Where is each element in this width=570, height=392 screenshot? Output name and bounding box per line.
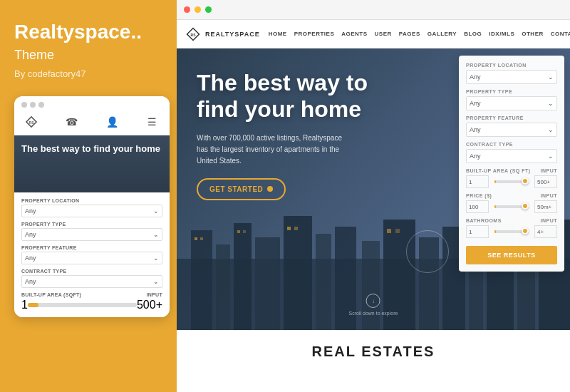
nav-properties[interactable]: PROPERTIES [294, 31, 335, 37]
search-select-type[interactable]: Any ⌄ [466, 96, 557, 110]
search-select-contract[interactable]: Any ⌄ [466, 149, 557, 163]
price-max-input[interactable]: 50m+ [534, 200, 557, 213]
theme-subtitle: Theme [14, 48, 162, 63]
search-field-feature: PROPERTY FEATURE Any ⌄ [466, 115, 557, 137]
mobile-hero: The best way to find your home [14, 135, 170, 192]
svg-rect-12 [362, 241, 380, 330]
scroll-arrow-icon: ↓ [372, 298, 375, 304]
svg-rect-7 [234, 223, 252, 330]
area-header: BUILT-UP AREA (SQ FT) INPUT [466, 168, 557, 175]
nav-contact[interactable]: CONTACT [551, 31, 570, 37]
mobile-area-inputs: 1 500+ [21, 299, 162, 311]
mobile-field-feature: PROPERTY FEATURE Any ⌄ [21, 245, 162, 264]
mobile-nav-icons: RS ☎ 👤 ☰ [21, 113, 162, 130]
cta-label: GET STARTED [209, 185, 263, 193]
hero-content: The best way to find your home With over… [197, 70, 396, 200]
nav-blog[interactable]: BLOG [464, 31, 482, 37]
hero-title: The best way to find your home [197, 70, 396, 123]
mobile-area-min[interactable]: 1 [21, 299, 28, 311]
mobile-label-feature: PROPERTY FEATURE [21, 245, 162, 250]
mobile-field-contract: CONTRACT TYPE Any ⌄ [21, 269, 162, 288]
nav-home[interactable]: HOME [269, 31, 287, 37]
search-label-contract: CONTRACT TYPE [466, 142, 557, 147]
area-slider-fill [494, 180, 496, 183]
search-location-value: Any [470, 73, 481, 81]
area-slider-thumb[interactable] [522, 177, 529, 185]
search-contract-value: Any [470, 153, 481, 160]
search-select-location[interactable]: Any ⌄ [466, 70, 557, 84]
deco-circle [406, 230, 449, 273]
mobile-user-icon: 👤 [105, 115, 119, 129]
mobile-select-feature[interactable]: Any ⌄ [21, 252, 162, 264]
price-slider-thumb[interactable] [522, 202, 529, 210]
mobile-select-location-value: Any [25, 207, 36, 215]
search-price-input-label: INPUT [541, 193, 558, 198]
bathrooms-slider-thumb[interactable] [522, 227, 529, 234]
window-maximize-dot[interactable] [205, 6, 212, 13]
mobile-area-max[interactable]: 500+ [137, 299, 162, 311]
svg-rect-9 [284, 216, 312, 330]
footer-bar: REAL ESTATES [177, 330, 570, 373]
see-results-button[interactable]: SEE RESULTS [466, 246, 557, 264]
search-field-area: BUILT-UP AREA (SQ FT) INPUT 1 500+ [466, 168, 557, 188]
area-max-input[interactable]: 500+ [534, 175, 557, 188]
chevron-down-icon-3: ⌄ [548, 126, 554, 133]
mobile-select-type[interactable]: Any ⌄ [21, 228, 162, 241]
scroll-indicator: ↓ Scroll down to explore [349, 294, 398, 316]
theme-title: Realtyspace.. [14, 21, 162, 43]
area-min-val: 1 [469, 179, 472, 185]
search-label-area: BUILT-UP AREA (SQ FT) [466, 168, 531, 173]
price-slider-track[interactable] [494, 205, 529, 208]
site-logo-icon: RS [185, 26, 201, 42]
mobile-label-area: BUILT-UP AREA (SQFT) [21, 292, 81, 297]
bathrooms-header: BATHROOMS INPUT [466, 218, 557, 225]
cta-dot [267, 186, 273, 192]
window-close-dot[interactable] [184, 6, 190, 13]
search-select-feature[interactable]: Any ⌄ [466, 123, 557, 137]
mobile-hero-text: The best way to find your home [21, 143, 162, 155]
mobile-select-location[interactable]: Any ⌄ [21, 205, 162, 217]
nav-other[interactable]: OTHER [522, 31, 544, 37]
mobile-select-contract[interactable]: Any ⌄ [21, 275, 162, 288]
svg-rect-8 [255, 237, 280, 330]
bathrooms-min-input[interactable]: 1 [466, 225, 489, 238]
svg-rect-25 [294, 227, 298, 230]
search-field-type: PROPERTY TYPE Any ⌄ [466, 89, 557, 110]
area-slider-track[interactable] [494, 180, 529, 183]
svg-rect-5 [191, 230, 212, 330]
search-field-price: PRICE ($) INPUT 100 50m+ [466, 193, 557, 213]
get-started-button[interactable]: GET STARTED [197, 178, 286, 200]
search-area-input-label: INPUT [541, 168, 558, 173]
footer-title: REAL ESTATES [312, 344, 435, 360]
search-feature-value: Any [470, 126, 481, 133]
nav-gallery[interactable]: GALLERY [428, 31, 457, 37]
svg-text:RS: RS [191, 33, 197, 37]
bathrooms-slider-track[interactable] [494, 230, 529, 233]
bathrooms-slider-fill [494, 230, 496, 233]
svg-rect-20 [195, 237, 197, 240]
mobile-field-area: BUILT-UP AREA (SQFT) INPUT 1 500+ [21, 292, 162, 311]
desktop-top-bar [177, 0, 570, 20]
window-minimize-dot[interactable] [195, 6, 201, 13]
price-min-input[interactable]: 100 [466, 200, 489, 213]
bathrooms-max-input[interactable]: 4+ [534, 225, 557, 238]
svg-text:RS: RS [29, 120, 35, 125]
site-nav: RS REALTYSPACE HOME PROPERTIES AGENTS US… [177, 20, 570, 48]
mobile-form: PROPERTY LOCATION Any ⌄ PROPERTY TYPE An… [14, 192, 170, 317]
nav-pages[interactable]: PAGES [399, 31, 420, 37]
chevron-down-icon-2: ⌄ [548, 100, 554, 107]
area-max-val: 500+ [537, 179, 550, 185]
mobile-label-contract: CONTRACT TYPE [21, 269, 162, 274]
price-min-val: 100 [469, 204, 478, 210]
price-range-row: 100 50m+ [466, 200, 557, 213]
svg-rect-22 [237, 230, 240, 233]
chevron-down-icon: ⌄ [548, 73, 554, 81]
nav-idx[interactable]: IDX/MLS [489, 31, 514, 37]
search-label-price: PRICE ($) [466, 193, 492, 198]
area-min-input[interactable]: 1 [466, 175, 489, 188]
nav-user[interactable]: USER [375, 31, 392, 37]
mobile-select-type-value: Any [25, 231, 36, 238]
mobile-area-slider[interactable] [28, 303, 137, 307]
nav-agents[interactable]: AGENTS [341, 31, 367, 37]
site-logo[interactable]: RS REALTYSPACE [185, 26, 260, 42]
